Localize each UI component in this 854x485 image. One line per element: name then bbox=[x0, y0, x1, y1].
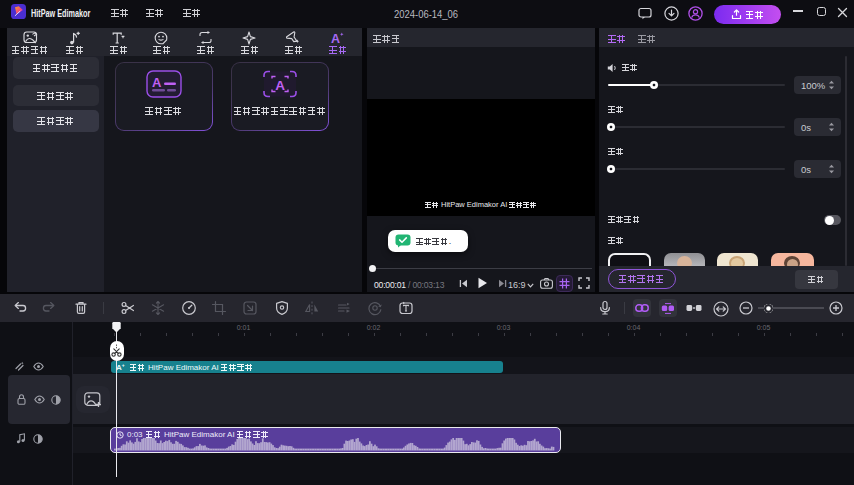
svg-text:A: A bbox=[152, 75, 162, 90]
svg-text:A: A bbox=[331, 32, 340, 46]
svg-text:A: A bbox=[275, 78, 285, 93]
